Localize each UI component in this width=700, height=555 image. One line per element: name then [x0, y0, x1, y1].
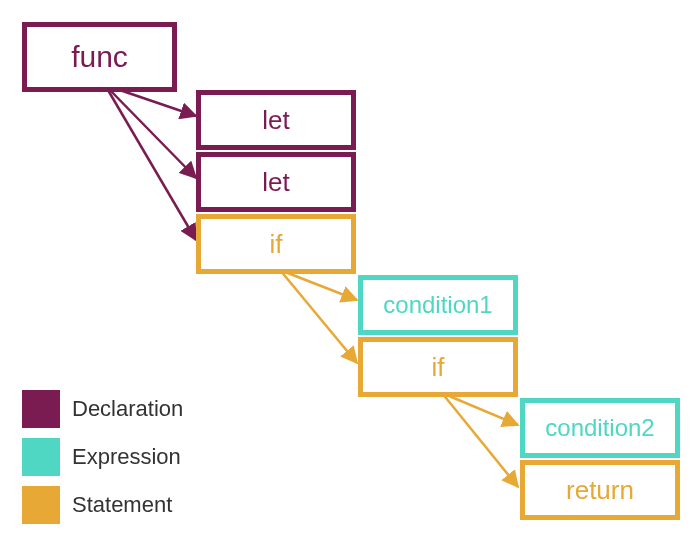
node-label: return — [566, 475, 634, 506]
node-label: condition2 — [545, 414, 654, 442]
node-label: if — [432, 352, 445, 383]
legend-swatch-declaration — [22, 390, 60, 428]
node-label: let — [262, 167, 289, 198]
node-condition1: condition1 — [358, 275, 518, 335]
edge-if1-cond1 — [280, 270, 357, 300]
node-label: let — [262, 105, 289, 136]
legend-label-declaration: Declaration — [72, 390, 183, 428]
node-label: condition1 — [383, 291, 492, 319]
node-label: func — [71, 40, 128, 74]
node-let-1: let — [196, 90, 356, 150]
node-let-2: let — [196, 152, 356, 212]
edge-func-let2 — [105, 85, 196, 178]
edge-if2-cond2 — [442, 393, 518, 425]
edge-if1-if2 — [280, 270, 357, 363]
node-func: func — [22, 22, 177, 92]
node-if-2: if — [358, 337, 518, 397]
edge-func-if1 — [105, 85, 196, 240]
edge-if2-return — [442, 393, 518, 487]
node-label: if — [270, 229, 283, 260]
legend-label-expression: Expression — [72, 438, 181, 476]
node-condition2: condition2 — [520, 398, 680, 458]
legend-swatch-expression — [22, 438, 60, 476]
legend-label-statement: Statement — [72, 486, 172, 524]
legend-swatch-statement — [22, 486, 60, 524]
node-if-1: if — [196, 214, 356, 274]
node-return: return — [520, 460, 680, 520]
